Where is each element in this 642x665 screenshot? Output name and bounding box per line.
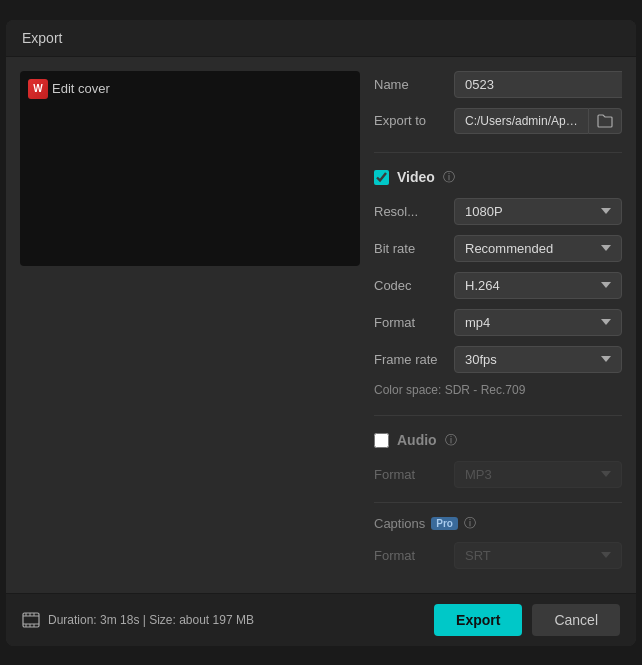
- captions-format-label: Format: [374, 548, 454, 563]
- video-info-icon[interactable]: ⓘ: [443, 169, 455, 186]
- folder-icon: [597, 114, 613, 128]
- color-space-text: Color space: SDR - Rec.709: [374, 383, 622, 397]
- audio-section-title: Audio: [397, 432, 437, 448]
- divider-2: [374, 415, 622, 416]
- captions-format-row: Format SRT: [374, 542, 622, 569]
- video-section-header: Video ⓘ: [374, 169, 622, 186]
- captions-format-dropdown[interactable]: SRT: [454, 542, 622, 569]
- frame-rate-row: Frame rate 30fps: [374, 346, 622, 373]
- format-dropdown[interactable]: mp4: [454, 309, 622, 336]
- bitrate-label: Bit rate: [374, 241, 454, 256]
- resolution-label: Resol...: [374, 204, 454, 219]
- left-panel: W Edit cover: [20, 71, 360, 579]
- film-icon: [22, 612, 40, 628]
- right-panel: Name Export to Video ⓘ: [374, 71, 622, 579]
- frame-rate-label: Frame rate: [374, 352, 454, 367]
- export-to-label: Export to: [374, 113, 454, 128]
- video-checkbox[interactable]: [374, 170, 389, 185]
- name-row: Name: [374, 71, 622, 98]
- name-input[interactable]: [454, 71, 622, 98]
- export-button[interactable]: Export: [434, 604, 522, 636]
- format-row: Format mp4: [374, 309, 622, 336]
- divider-3: [374, 502, 622, 503]
- export-dialog: Export W Edit cover Name Ex: [6, 20, 636, 646]
- captions-row: Captions Pro ⓘ: [374, 515, 622, 532]
- audio-format-label: Format: [374, 467, 454, 482]
- svg-rect-0: [23, 613, 39, 627]
- footer-duration-size: Duration: 3m 18s | Size: about 197 MB: [48, 613, 254, 627]
- frame-rate-dropdown[interactable]: 30fps: [454, 346, 622, 373]
- name-label: Name: [374, 77, 454, 92]
- dialog-title: Export: [6, 20, 636, 57]
- codec-dropdown[interactable]: H.264: [454, 272, 622, 299]
- cancel-button[interactable]: Cancel: [532, 604, 620, 636]
- codec-label: Codec: [374, 278, 454, 293]
- export-to-row: Export to: [374, 108, 622, 134]
- thumbnail-logo: W Edit cover: [28, 79, 110, 99]
- resolution-row: Resol... 1080P: [374, 198, 622, 225]
- browse-folder-button[interactable]: [589, 108, 622, 134]
- edit-cover-label[interactable]: Edit cover: [52, 81, 110, 96]
- codec-row: Codec H.264: [374, 272, 622, 299]
- dialog-body: W Edit cover Name Export to: [6, 57, 636, 593]
- audio-section: Audio ⓘ Format MP3: [374, 432, 622, 498]
- bitrate-dropdown[interactable]: Recommended: [454, 235, 622, 262]
- resolution-dropdown[interactable]: 1080P: [454, 198, 622, 225]
- audio-format-dropdown[interactable]: MP3: [454, 461, 622, 488]
- video-section-title: Video: [397, 169, 435, 185]
- export-to-input[interactable]: [454, 108, 589, 134]
- format-label: Format: [374, 315, 454, 330]
- thumbnail-area: W Edit cover: [20, 71, 360, 266]
- audio-info-icon[interactable]: ⓘ: [445, 432, 457, 449]
- footer-info: Duration: 3m 18s | Size: about 197 MB: [22, 612, 254, 628]
- divider-1: [374, 152, 622, 153]
- app-logo-icon: W: [28, 79, 48, 99]
- pro-badge: Pro: [431, 517, 458, 530]
- bitrate-row: Bit rate Recommended: [374, 235, 622, 262]
- footer-buttons: Export Cancel: [434, 604, 620, 636]
- captions-info-icon[interactable]: ⓘ: [464, 515, 476, 532]
- captions-label: Captions: [374, 516, 425, 531]
- audio-format-row: Format MP3: [374, 461, 622, 488]
- audio-section-header: Audio ⓘ: [374, 432, 622, 449]
- audio-checkbox[interactable]: [374, 433, 389, 448]
- dialog-footer: Duration: 3m 18s | Size: about 197 MB Ex…: [6, 593, 636, 646]
